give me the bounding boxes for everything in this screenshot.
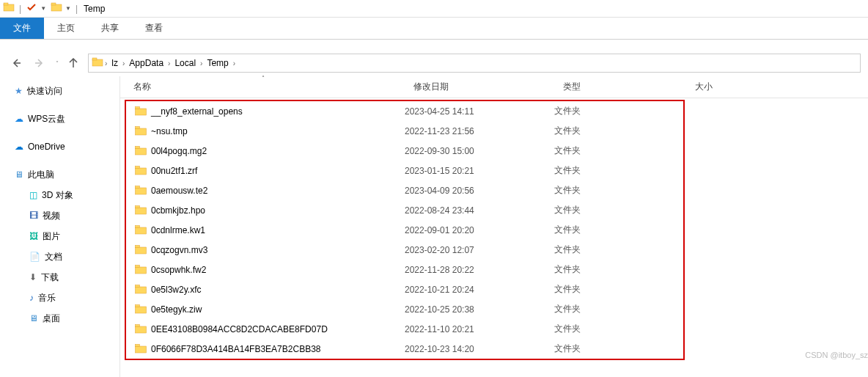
- svg-rect-2: [51, 4, 62, 11]
- column-size[interactable]: 大小: [688, 76, 868, 98]
- file-date: 2023-04-25 14:11: [405, 106, 554, 117]
- svg-rect-7: [92, 59, 103, 66]
- chevron-right-icon[interactable]: ›: [105, 59, 107, 67]
- file-row[interactable]: 00nu2tf1.zrf2023-01-15 20:21文件夹: [126, 161, 683, 180]
- file-type: 文件夹: [554, 164, 683, 177]
- file-name: 0csopwhk.fw2: [151, 265, 206, 275]
- file-date: 2022-11-10 20:21: [405, 324, 554, 334]
- up-button[interactable]: [65, 54, 82, 72]
- file-row[interactable]: 0F6066F78D3A414BA14FB3EA7B2CBB382022-10-…: [126, 339, 683, 359]
- file-row[interactable]: 0csopwhk.fw22022-11-28 20:22文件夹: [126, 260, 683, 279]
- breadcrumb[interactable]: › lz › AppData › Local › Temp ›: [88, 54, 861, 73]
- file-row[interactable]: 0e5tegyk.ziw2022-10-25 20:38文件夹: [126, 299, 683, 319]
- svg-rect-34: [136, 345, 140, 347]
- file-type: 文件夹: [554, 303, 683, 315]
- svg-rect-16: [136, 166, 140, 169]
- file-row[interactable]: 0aemousw.te22023-04-09 20:56文件夹: [126, 180, 683, 200]
- crumb-lz[interactable]: lz: [108, 58, 121, 68]
- sidebar-downloads[interactable]: ⬇ 下载: [0, 267, 119, 288]
- tab-file[interactable]: 文件: [0, 18, 44, 39]
- sidebar-item-label: 文档: [45, 251, 62, 263]
- column-label: 名称: [133, 81, 151, 93]
- file-row[interactable]: 0EE43108B0984ACC8D2CDACABE8FD07D2022-11-…: [126, 319, 683, 339]
- file-row[interactable]: 0cqzogvn.mv32023-02-20 12:07文件夹: [126, 240, 683, 260]
- file-name: 0cdnlrme.kw1: [151, 225, 205, 235]
- forward-button[interactable]: [31, 54, 48, 72]
- svg-rect-29: [136, 307, 147, 313]
- sidebar-desktop[interactable]: 🖥 桌面: [0, 308, 119, 329]
- sidebar-music[interactable]: ♪ 音乐: [0, 288, 119, 308]
- chevron-down-icon[interactable]: ▼: [40, 5, 46, 12]
- svg-rect-0: [4, 4, 14, 11]
- sidebar-item-label: 快速访问: [27, 85, 62, 98]
- cloud-icon: ☁: [15, 114, 23, 124]
- svg-rect-32: [136, 325, 140, 327]
- chevron-right-icon[interactable]: ›: [168, 59, 170, 67]
- chevron-down-icon[interactable]: ▼: [65, 5, 71, 12]
- tab-view[interactable]: 查看: [132, 18, 176, 39]
- sort-indicator-icon: ˄: [262, 75, 265, 81]
- folder-icon: [135, 126, 147, 136]
- sidebar-wps[interactable]: ☁ WPS云盘: [0, 109, 119, 129]
- cloud-icon: ☁: [15, 142, 23, 152]
- chevron-right-icon[interactable]: ›: [122, 59, 125, 67]
- video-icon: 🎞: [29, 211, 38, 221]
- svg-rect-28: [136, 285, 140, 288]
- svg-rect-24: [136, 246, 140, 248]
- file-row[interactable]: 0cbmkjbz.hpo2022-08-24 23:44文件夹: [126, 200, 683, 220]
- crumb-local[interactable]: Local: [172, 58, 199, 68]
- chevron-right-icon[interactable]: ›: [233, 59, 235, 67]
- file-date: 2023-04-09 20:56: [405, 186, 554, 196]
- crumb-appdata[interactable]: AppData: [126, 58, 166, 68]
- file-name: 0cbmkjbz.hpo: [151, 205, 205, 216]
- chevron-right-icon[interactable]: ›: [200, 59, 202, 67]
- file-row[interactable]: 00l4pogq.mg22022-09-30 15:00文件夹: [126, 141, 683, 161]
- crumb-temp[interactable]: Temp: [204, 58, 231, 68]
- sidebar-item-label: WPS云盘: [28, 113, 65, 125]
- column-date[interactable]: 修改日期: [406, 76, 556, 98]
- sidebar-pictures[interactable]: 🖼 图片: [0, 226, 119, 246]
- folder-icon: [135, 344, 147, 354]
- sidebar-videos[interactable]: 🎞 视频: [0, 205, 119, 226]
- download-icon: ⬇: [29, 272, 37, 282]
- folder-icon: [135, 265, 147, 274]
- back-button[interactable]: [7, 54, 25, 72]
- separator: |: [19, 4, 21, 14]
- file-name: 0EE43108B0984ACC8D2CDACABE8FD07D: [151, 324, 328, 334]
- svg-rect-17: [136, 188, 147, 194]
- sidebar-documents[interactable]: 📄 文档: [0, 246, 119, 267]
- sidebar-item-label: 下载: [41, 271, 59, 284]
- svg-rect-11: [136, 128, 147, 135]
- sidebar-item-label: OneDrive: [28, 142, 65, 152]
- star-icon: ★: [15, 86, 23, 96]
- svg-rect-9: [136, 109, 147, 115]
- column-type[interactable]: 类型: [556, 76, 688, 98]
- file-type: 文件夹: [554, 283, 683, 296]
- folder-icon: [135, 245, 147, 255]
- tab-home[interactable]: 主页: [44, 18, 88, 39]
- file-type: 文件夹: [554, 244, 683, 256]
- file-row[interactable]: __nyf8_external_opens2023-04-25 14:11文件夹: [126, 101, 683, 121]
- file-row[interactable]: 0e5l3w2y.xfc2022-10-21 20:24文件夹: [126, 279, 683, 299]
- file-date: 2023-02-20 12:07: [405, 245, 554, 255]
- tab-share[interactable]: 共享: [88, 18, 132, 39]
- sidebar-thispc[interactable]: 🖥 此电脑: [0, 164, 119, 185]
- file-row[interactable]: 0cdnlrme.kw12022-09-01 20:20文件夹: [126, 220, 683, 240]
- history-dropdown[interactable]: ˅: [56, 60, 59, 67]
- document-icon: 📄: [29, 252, 40, 262]
- sidebar-quick-access[interactable]: ★ 快速访问: [0, 81, 119, 101]
- column-name[interactable]: ˄ 名称: [120, 76, 406, 98]
- window-title: Temp: [84, 4, 105, 14]
- file-type: 文件夹: [554, 125, 683, 137]
- sidebar-item-label: 图片: [43, 230, 60, 243]
- folder-icon: [135, 324, 147, 334]
- sidebar-onedrive[interactable]: ☁ OneDrive: [0, 136, 119, 157]
- file-name: __nyf8_external_opens: [151, 106, 243, 117]
- file-date: 2022-09-01 20:20: [405, 225, 554, 235]
- folder-icon: [135, 304, 147, 314]
- svg-rect-15: [136, 168, 147, 175]
- file-row[interactable]: ~nsu.tmp2022-11-23 21:56文件夹: [126, 121, 683, 141]
- titlebar: | ▼ ▼ | Temp: [0, 0, 868, 18]
- check-icon[interactable]: [26, 1, 37, 15]
- sidebar-3d-objects[interactable]: ◫ 3D 对象: [0, 185, 119, 205]
